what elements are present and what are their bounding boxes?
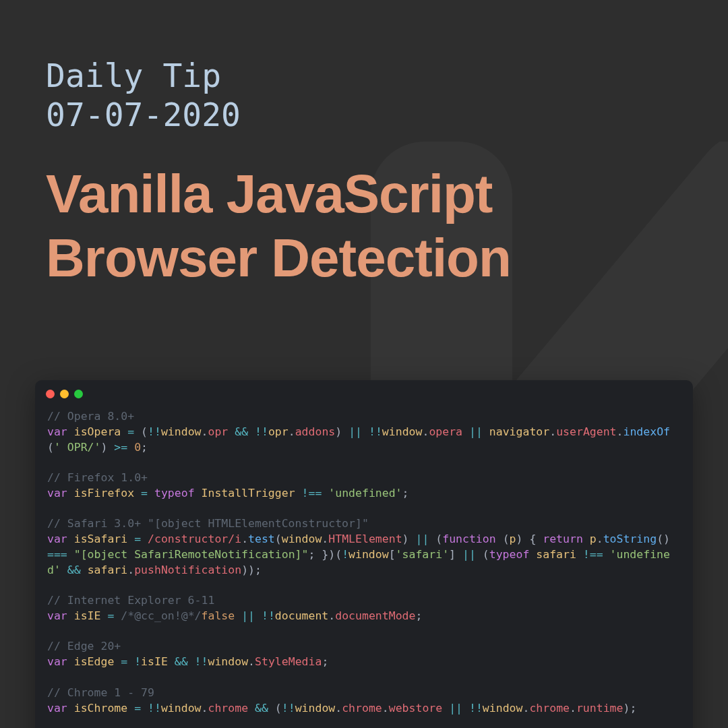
- prop: documentMode: [335, 609, 415, 622]
- punc: ]: [449, 548, 456, 561]
- op: ||: [469, 425, 483, 438]
- eyebrow-line-1: Daily Tip: [46, 57, 221, 94]
- punc: .: [422, 425, 429, 438]
- punc: .: [202, 702, 208, 715]
- punc: [: [389, 548, 396, 561]
- op: ||: [241, 609, 255, 622]
- op: !!: [469, 702, 483, 715]
- op: =: [127, 425, 134, 438]
- var: window: [208, 655, 248, 668]
- var: window: [382, 425, 423, 438]
- punc: }: [322, 548, 328, 561]
- op: ||: [449, 702, 462, 715]
- title-line-2: Browser Detection: [46, 228, 511, 288]
- op: !!: [148, 425, 161, 438]
- kw: typeof: [489, 548, 530, 561]
- op: !!: [282, 702, 295, 715]
- op: !!: [262, 609, 275, 622]
- var: opr: [268, 425, 289, 438]
- kw: function: [442, 533, 495, 545]
- var: window: [348, 548, 389, 561]
- var: navigator: [489, 425, 549, 438]
- op: !: [342, 548, 348, 561]
- var: p: [510, 533, 516, 545]
- prop: opr: [208, 425, 228, 438]
- punc: .: [322, 533, 328, 545]
- window-controls: [35, 380, 693, 404]
- punc: ): [248, 564, 255, 576]
- kw: var: [47, 487, 67, 499]
- window-zoom-dot: [74, 390, 83, 398]
- var: window: [295, 702, 336, 715]
- punc: (: [275, 533, 282, 545]
- prop: chrome: [529, 702, 570, 715]
- op: =: [134, 702, 141, 715]
- title-line-1: Vanilla JavaScript: [46, 164, 492, 224]
- op: =: [107, 609, 114, 622]
- punc: .: [522, 702, 529, 715]
- var: window: [161, 425, 202, 438]
- punc: ;: [322, 655, 328, 668]
- kw: var: [47, 533, 67, 545]
- code-window: // Opera 8.0+ var isOpera = (!!window.op…: [35, 380, 693, 728]
- prop: runtime: [576, 702, 624, 715]
- window-minimize-dot: [60, 390, 69, 398]
- var: isChrome: [74, 702, 127, 715]
- kw: var: [47, 425, 67, 438]
- op: !!: [195, 655, 208, 668]
- punc: (: [47, 441, 54, 454]
- punc: .: [382, 702, 389, 715]
- punc: ): [335, 425, 342, 438]
- op: &&: [255, 702, 268, 715]
- prop: StyleMedia: [255, 655, 322, 668]
- kw: var: [47, 609, 67, 622]
- var: isEdge: [74, 655, 115, 668]
- kw: var: [47, 702, 67, 715]
- bool: false: [202, 609, 235, 622]
- punc: (: [141, 425, 148, 438]
- punc: ): [663, 533, 670, 545]
- punc: {: [529, 533, 536, 545]
- punc: (: [435, 533, 442, 545]
- str: 'safari': [396, 548, 449, 561]
- var: safari: [88, 564, 128, 576]
- punc: .: [202, 425, 208, 438]
- punc: (: [657, 533, 663, 545]
- var: window: [483, 702, 523, 715]
- punc: (: [503, 533, 510, 545]
- punc: .: [248, 655, 255, 668]
- punc: (: [483, 548, 489, 561]
- comment-ie: // Internet Explorer 6-11: [47, 594, 214, 607]
- header: Daily Tip 07-07-2020 Vanilla JavaScript …: [46, 57, 511, 290]
- var: p: [590, 533, 597, 545]
- comment-opera: // Opera 8.0+: [47, 410, 134, 423]
- op: !!: [369, 425, 382, 438]
- op: !: [134, 655, 141, 668]
- punc: .: [570, 702, 576, 715]
- op: =: [134, 533, 141, 545]
- op: =: [141, 487, 148, 499]
- punc: ;: [402, 487, 409, 499]
- kw: typeof: [154, 487, 195, 499]
- str: "[object SafariRemoteNotification]": [74, 548, 309, 561]
- prop: chrome: [342, 702, 382, 715]
- punc: .: [328, 609, 335, 622]
- var: isSafari: [74, 533, 127, 545]
- punc: .: [597, 533, 603, 545]
- op: !==: [302, 487, 322, 499]
- prop: webstore: [389, 702, 442, 715]
- comment: /*@cc_on!@*/: [121, 609, 201, 622]
- var: isIE: [141, 655, 168, 668]
- comment-chrome: // Chrome 1 - 79: [47, 686, 154, 699]
- op: ||: [415, 533, 429, 545]
- op: !==: [583, 548, 603, 561]
- comment-edge: // Edge 20+: [47, 640, 121, 653]
- fn: test: [248, 533, 275, 545]
- comment-firefox: // Firefox 1.0+: [47, 471, 148, 484]
- punc: .: [335, 702, 342, 715]
- punc: .: [127, 564, 134, 576]
- fn: toString: [603, 533, 657, 545]
- var: window: [282, 533, 322, 545]
- kw: return: [543, 533, 583, 545]
- punc: ): [100, 441, 107, 454]
